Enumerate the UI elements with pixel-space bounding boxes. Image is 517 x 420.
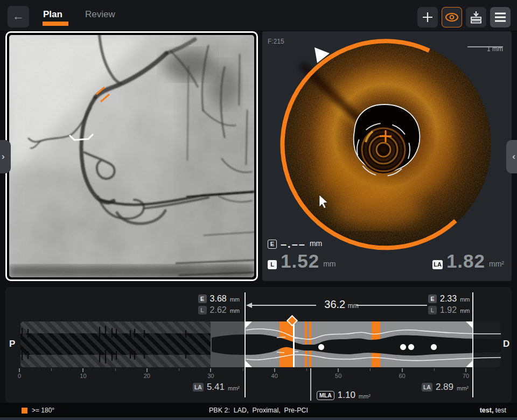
ruler-tick-minor bbox=[51, 368, 52, 371]
ruler-tick-major bbox=[19, 368, 20, 372]
ruler-tick-label: 40 bbox=[267, 373, 283, 379]
ruler-tick-label: 60 bbox=[394, 373, 410, 379]
proximal-reference-line[interactable] bbox=[244, 292, 246, 397]
patient-name-label: test, test bbox=[480, 407, 506, 414]
lumen-badge: L bbox=[268, 260, 277, 269]
ruler-tick-label: 10 bbox=[75, 373, 91, 379]
ruler-tick-major bbox=[402, 368, 403, 372]
distal-lumen-badge: L bbox=[428, 306, 437, 314]
eel-measurement: E –.–– mm bbox=[268, 239, 322, 249]
mla-line[interactable] bbox=[310, 368, 311, 401]
back-arrow-icon: ← bbox=[12, 9, 24, 23]
current-frame-line[interactable] bbox=[293, 321, 295, 367]
distal-label: D bbox=[503, 339, 509, 349]
ruler-tick-minor bbox=[306, 368, 307, 371]
pullback-info-label: PBK 2: LAD, Proximal, Pre-PCI bbox=[0, 407, 517, 414]
export-button[interactable] bbox=[466, 7, 486, 27]
mla-badge: MLA bbox=[317, 391, 334, 400]
lumen-diameter-unit: mm bbox=[323, 260, 336, 269]
mla-measurement: MLA 1.10 mm² bbox=[317, 390, 371, 401]
marker-dot bbox=[408, 344, 414, 350]
eel-value: –.–– bbox=[281, 239, 306, 249]
frame-number-label: F:215 bbox=[268, 38, 284, 45]
status-bar: >= 180° PBK 2: LAD, Proximal, Pre-PCI te… bbox=[0, 403, 517, 417]
longitudinal-view-panel: E 3.68 mm L 2.62 mm 36.2 mm E 2.33 mm bbox=[5, 287, 512, 403]
span-distance-unit: mm bbox=[348, 302, 359, 310]
export-download-icon bbox=[470, 11, 482, 24]
proximal-eel-badge: E bbox=[198, 295, 207, 303]
left-drawer-handle[interactable]: › bbox=[0, 140, 11, 173]
lumen-area-measurement: LA 1.82 mm² bbox=[432, 253, 504, 269]
distal-eel-unit: mm bbox=[460, 295, 470, 303]
mla-value: 1.10 bbox=[338, 390, 355, 401]
ruler-tick-minor bbox=[370, 368, 371, 371]
proximal-lumen-badge: L bbox=[198, 306, 207, 314]
proximal-label: P bbox=[9, 339, 15, 349]
proximal-lumen-value: 2.62 bbox=[210, 305, 227, 315]
right-drawer-handle[interactable]: ‹ bbox=[506, 140, 517, 173]
top-bar: ← Plan Review bbox=[0, 0, 517, 31]
proximal-area-badge: LA bbox=[193, 383, 204, 391]
proximal-eel-unit: mm bbox=[230, 295, 240, 303]
ruler-tick-label: 0 bbox=[11, 373, 27, 379]
hamburger-menu-icon bbox=[494, 12, 506, 22]
ruler-tick-label: 70 bbox=[458, 373, 474, 379]
plus-icon bbox=[422, 11, 434, 23]
lumen-diameter-measurement: L 1.52 mm bbox=[268, 253, 336, 269]
ruler-tick-major bbox=[210, 368, 211, 372]
proximal-reference-measurements: E 3.68 mm L 2.62 mm bbox=[170, 293, 240, 316]
back-button[interactable]: ← bbox=[8, 6, 29, 27]
distal-area-value: 2.89 bbox=[436, 382, 453, 393]
lumen-area-value: 1.82 bbox=[446, 253, 485, 269]
lumen-profile bbox=[20, 321, 501, 367]
eel-badge: E bbox=[268, 240, 277, 249]
marker-dot bbox=[318, 344, 324, 350]
mla-unit: mm² bbox=[359, 391, 371, 400]
visibility-button[interactable] bbox=[442, 7, 462, 27]
oct-cross-section-panel[interactable]: F:215 1 mm E –.–– mm L 1.52 mm LA 1.82 m… bbox=[262, 31, 512, 281]
imaging-catheter bbox=[360, 126, 407, 173]
tab-plan[interactable]: Plan bbox=[43, 8, 62, 21]
span-line bbox=[357, 305, 427, 306]
app-window: ← Plan Review bbox=[0, 0, 517, 420]
proximal-area-measurement: LA 5.41 mm² bbox=[193, 382, 240, 393]
proximal-area-unit: mm² bbox=[228, 383, 240, 391]
longitudinal-strip[interactable] bbox=[20, 321, 501, 367]
menu-button[interactable] bbox=[490, 7, 511, 27]
distal-eel-value: 2.33 bbox=[440, 294, 457, 304]
distal-reference-measurements: E 2.33 mm L 1.92 mm bbox=[428, 293, 498, 316]
distal-lumen-value: 1.92 bbox=[440, 305, 457, 315]
ruler-tick-major bbox=[465, 368, 466, 372]
angiogram-panel[interactable] bbox=[5, 31, 258, 281]
distal-reference-line[interactable] bbox=[472, 292, 473, 397]
distal-area-badge: LA bbox=[422, 383, 432, 391]
proximal-eel-value: 3.68 bbox=[210, 294, 227, 304]
ruler-tick-label: 30 bbox=[202, 373, 219, 379]
ruler-tick-minor bbox=[243, 368, 243, 371]
eel-unit: mm bbox=[310, 239, 322, 249]
scale-bar-label: 1 mm bbox=[467, 45, 503, 53]
distal-lumen-unit: mm bbox=[460, 306, 470, 314]
distal-area-unit: mm² bbox=[457, 383, 469, 391]
tab-active-underline bbox=[43, 22, 68, 26]
add-measurement-button[interactable] bbox=[417, 7, 438, 27]
chevron-right-icon: › bbox=[2, 151, 5, 162]
lumen-diameter-value: 1.52 bbox=[281, 253, 319, 269]
eye-icon bbox=[445, 12, 459, 23]
ruler-tick-major bbox=[82, 368, 83, 372]
patient-first-name: test bbox=[493, 407, 506, 414]
ruler-tick-major bbox=[146, 368, 148, 372]
ruler-tick-label: 50 bbox=[330, 373, 346, 379]
ruler-tick-label: 20 bbox=[139, 373, 155, 379]
ruler-tick-minor bbox=[179, 368, 179, 371]
ruler-tick-minor bbox=[115, 368, 116, 371]
span-line bbox=[248, 305, 316, 306]
span-distance-value: 36.2 bbox=[324, 298, 345, 310]
proximal-lumen-unit: mm bbox=[230, 306, 240, 314]
angiogram-image bbox=[9, 35, 254, 277]
lumen-area-unit: mm² bbox=[489, 260, 504, 269]
proximal-area-value: 5.41 bbox=[207, 382, 225, 393]
tab-review[interactable]: Review bbox=[85, 8, 115, 21]
ruler-tick-major bbox=[274, 368, 275, 372]
bottom-accent-strip bbox=[0, 417, 517, 420]
